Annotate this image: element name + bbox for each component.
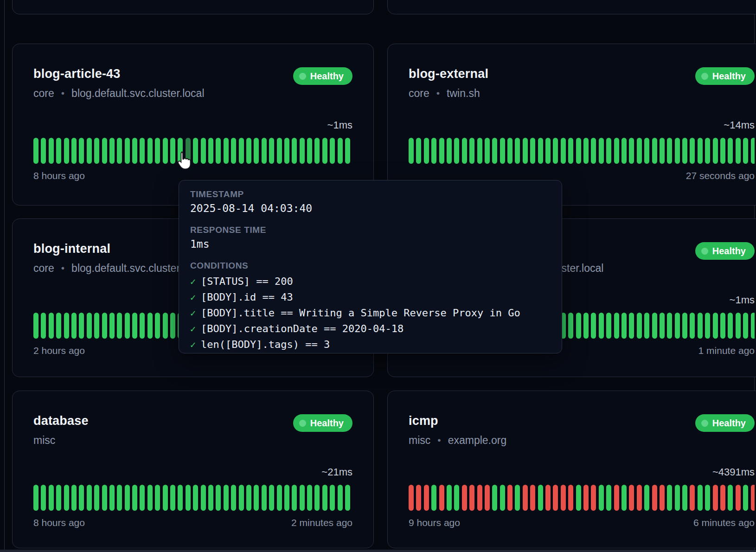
uptime-bar[interactable] <box>193 485 198 511</box>
uptime-bar[interactable] <box>523 138 528 164</box>
uptime-bar[interactable] <box>523 485 528 511</box>
uptime-bar[interactable] <box>454 138 459 164</box>
uptime-bar[interactable] <box>492 485 497 511</box>
uptime-bar[interactable] <box>314 485 320 511</box>
uptime-bar[interactable] <box>743 485 748 511</box>
uptime-bar[interactable] <box>690 138 695 164</box>
uptime-bar[interactable] <box>690 313 695 339</box>
uptime-bar[interactable] <box>269 485 274 511</box>
uptime-bar[interactable] <box>307 485 312 511</box>
uptime-bar[interactable] <box>682 138 687 164</box>
uptime-bar[interactable] <box>530 138 535 164</box>
uptime-bar[interactable] <box>71 485 77 511</box>
uptime-bar[interactable] <box>431 485 436 511</box>
uptime-bar[interactable] <box>720 313 725 339</box>
uptime-bar[interactable] <box>736 313 741 339</box>
uptime-bar-chart[interactable] <box>33 485 352 511</box>
uptime-bar[interactable] <box>109 313 115 339</box>
uptime-bar[interactable] <box>178 138 183 164</box>
uptime-bar[interactable] <box>621 485 627 511</box>
uptime-bar[interactable] <box>416 138 421 164</box>
uptime-bar[interactable] <box>41 485 46 511</box>
uptime-bar[interactable] <box>155 138 160 164</box>
uptime-bar[interactable] <box>345 485 350 511</box>
uptime-bar[interactable] <box>71 313 77 339</box>
uptime-bar[interactable] <box>125 138 130 164</box>
uptime-bar[interactable] <box>409 485 414 511</box>
uptime-bar[interactable] <box>675 313 680 339</box>
uptime-bar[interactable] <box>87 138 92 164</box>
uptime-bar[interactable] <box>292 138 297 164</box>
uptime-bar[interactable] <box>599 313 604 339</box>
uptime-bar[interactable] <box>117 485 122 511</box>
uptime-bar[interactable] <box>667 313 672 339</box>
uptime-bar[interactable] <box>246 485 251 511</box>
uptime-bar[interactable] <box>269 138 274 164</box>
uptime-bar[interactable] <box>94 313 99 339</box>
uptime-bar[interactable] <box>614 313 619 339</box>
uptime-bar[interactable] <box>568 138 573 164</box>
uptime-bar[interactable] <box>71 138 77 164</box>
uptime-bar[interactable] <box>109 485 115 511</box>
uptime-bar[interactable] <box>338 138 343 164</box>
uptime-bar[interactable] <box>431 138 436 164</box>
uptime-bar[interactable] <box>41 313 46 339</box>
uptime-bar[interactable] <box>155 485 160 511</box>
uptime-bar[interactable] <box>591 485 596 511</box>
uptime-bar[interactable] <box>224 485 229 511</box>
uptime-bar[interactable] <box>538 138 543 164</box>
uptime-bar[interactable] <box>652 485 657 511</box>
uptime-bar[interactable] <box>322 485 327 511</box>
uptime-bar[interactable] <box>660 485 665 511</box>
uptime-bar[interactable] <box>102 138 107 164</box>
uptime-bar[interactable] <box>132 313 137 339</box>
uptime-bar[interactable] <box>652 313 657 339</box>
uptime-bar[interactable] <box>117 313 122 339</box>
uptime-bar[interactable] <box>751 138 755 164</box>
uptime-bar[interactable] <box>561 485 566 511</box>
uptime-bar[interactable] <box>102 485 107 511</box>
uptime-bar[interactable] <box>33 313 38 339</box>
uptime-bar[interactable] <box>41 138 46 164</box>
uptime-bar[interactable] <box>64 485 69 511</box>
uptime-bar[interactable] <box>314 138 320 164</box>
uptime-bar[interactable] <box>705 485 710 511</box>
uptime-bar[interactable] <box>568 485 573 511</box>
uptime-bar[interactable] <box>201 485 206 511</box>
uptime-bar[interactable] <box>477 485 482 511</box>
uptime-bar[interactable] <box>56 313 61 339</box>
uptime-bar[interactable] <box>644 138 649 164</box>
uptime-bar[interactable] <box>64 313 69 339</box>
uptime-bar[interactable] <box>239 485 244 511</box>
uptime-bar[interactable] <box>186 485 191 511</box>
uptime-bar[interactable] <box>170 313 175 339</box>
uptime-bar[interactable] <box>330 138 335 164</box>
uptime-bar[interactable] <box>515 138 520 164</box>
uptime-bar[interactable] <box>583 485 589 511</box>
uptime-bar[interactable] <box>49 313 54 339</box>
uptime-bar[interactable] <box>728 313 733 339</box>
uptime-bar[interactable] <box>246 138 251 164</box>
uptime-bar[interactable] <box>94 138 99 164</box>
uptime-bar[interactable] <box>614 138 619 164</box>
uptime-bar[interactable] <box>300 485 305 511</box>
uptime-bar[interactable] <box>629 485 634 511</box>
uptime-bar[interactable] <box>583 313 589 339</box>
uptime-bar[interactable] <box>300 138 305 164</box>
uptime-bar[interactable] <box>186 138 191 164</box>
uptime-bar[interactable] <box>492 138 497 164</box>
uptime-bar[interactable] <box>163 138 168 164</box>
uptime-bar[interactable] <box>644 313 649 339</box>
uptime-bar[interactable] <box>424 485 429 511</box>
uptime-bar[interactable] <box>262 138 267 164</box>
uptime-bar[interactable] <box>720 138 725 164</box>
uptime-bar[interactable] <box>728 485 733 511</box>
uptime-bar[interactable] <box>462 138 467 164</box>
uptime-bar[interactable] <box>713 313 718 339</box>
uptime-bar[interactable] <box>568 313 573 339</box>
uptime-bar[interactable] <box>277 485 282 511</box>
uptime-bar[interactable] <box>132 138 137 164</box>
uptime-bar[interactable] <box>667 485 672 511</box>
uptime-bar[interactable] <box>637 138 642 164</box>
uptime-bar[interactable] <box>698 485 703 511</box>
